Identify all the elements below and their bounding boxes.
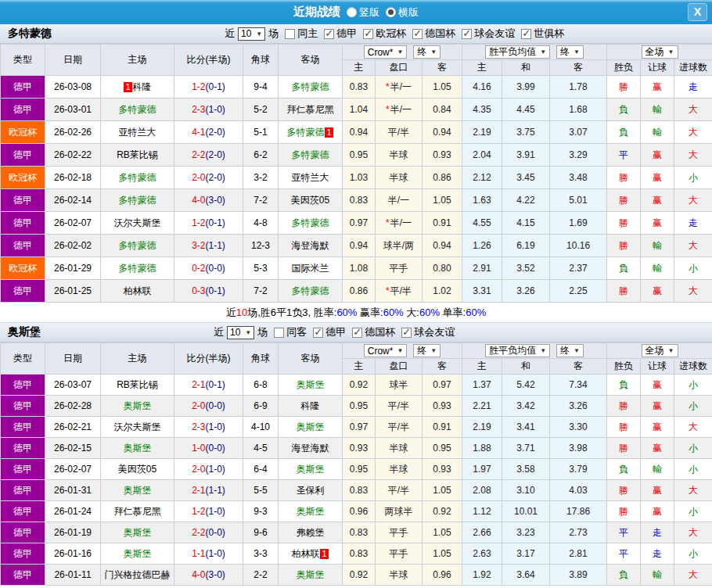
handicap-line: 半球 [376,438,423,459]
fulltime-score: 2-1 [192,485,205,496]
match-row: 德甲26-01-19奥斯堡2-2(0-0)9-6弗赖堡0.83平手1.052.6… [1,522,712,543]
avg-odds-select[interactable]: 胜平负均值▼ [485,344,550,357]
result-handicap: 赢 [641,501,674,522]
league-filter-label: 球会友谊 [474,27,515,41]
avg-home-odds: 2.04 [462,144,502,167]
handicap-odds-away: 0.92 [423,501,462,522]
league-filter-checkbox[interactable] [521,29,531,39]
fullmatch-select[interactable]: 全场▼ [642,45,678,59]
league-filter-label: 欧冠杯 [376,27,406,41]
fullmatch-select[interactable]: 全场▼ [642,344,678,357]
result-handicap: 輸 [641,99,674,121]
away-team: 多特蒙德1 [279,121,343,144]
league-filter-checkbox[interactable] [313,328,323,338]
score-cell: 2-1(1-1) [174,480,243,501]
result-handicap: 赢 [641,375,674,396]
halftime-score: (3-0) [206,195,225,206]
match-row: 德甲26-02-07美因茨052-0(1-0)6-4奥斯堡0.95半球0.931… [1,459,712,480]
col-home: 主场 [101,45,174,76]
league-filter-label: 德国杯 [365,325,395,339]
handicap-odds-away: 0.80 [423,257,462,280]
final-odds-select[interactable]: 终▼ [413,45,441,59]
handicap-odds-away: 0.93 [423,144,462,167]
layout-radio-horizontal[interactable]: 横版 [386,5,419,20]
same-venue-checkbox[interactable] [285,29,295,39]
final-odds-select[interactable]: 终▼ [413,344,441,357]
dropdown-arrow-icon: ▼ [430,48,437,56]
close-button[interactable]: X [688,3,707,21]
match-date: 26-02-02 [45,235,101,257]
subcol-goals: 进球数 [674,359,712,375]
league-filter-checkbox[interactable] [412,29,423,39]
result-goals: 小 [674,257,712,280]
subcol-handicap-result: 让球 [641,359,674,375]
result-goals: 大 [674,144,712,167]
dropdown-arrow-icon: ▼ [668,347,674,354]
league-filter-checkbox[interactable] [462,29,472,39]
avg-draw-odds: 10.01 [502,501,550,522]
same-venue-checkbox[interactable] [274,328,284,338]
avg-home-odds: 1.26 [462,235,502,257]
result-wdl: 平 [607,144,641,167]
handicap-line: *半/一 [376,76,423,99]
halftime-score: (1-0) [206,548,225,559]
dropdown-arrow-icon: ▼ [668,48,674,56]
fulltime-score: 2-0 [192,172,205,183]
corner-score: 12-3 [243,235,279,257]
avg-away-odds: 10.16 [550,235,607,257]
fulltime-score: 1-2 [192,506,205,517]
subcol-avg-home: 主 [462,60,502,76]
league-filter-checkbox[interactable] [324,29,334,39]
match-row: 欧冠杯26-02-26亚特兰大4-1(2-0)5-1多特蒙德10.94平/半0.… [1,121,712,144]
recent-count-select[interactable]: 10▼ [238,27,265,41]
layout-radio-vertical[interactable]: 竖版 [347,5,379,20]
section-header: 多特蒙德 近10▼场同主德甲欧冠杯德国杯球会友谊世俱杯 [0,24,712,44]
halftime-score: (0-1) [206,217,225,228]
recent-count-select[interactable]: 10▼ [227,326,254,339]
result-goals: 小 [674,501,712,522]
corner-score: 6-8 [243,375,279,396]
league-filter-checkbox[interactable] [352,328,362,338]
avg-odds-select[interactable]: 胜平负均值▼ [485,45,550,59]
final-odds-select-2[interactable]: 终▼ [556,344,584,357]
result-goals: 大 [674,522,712,543]
avg-away-odds: 5.01 [550,189,607,212]
fulltime-score: 2-2 [192,527,205,538]
radio-horizontal-label: 横版 [398,5,419,20]
league-filter-checkbox[interactable] [363,29,373,39]
bookmaker-select[interactable]: Crow*▼ [364,45,408,59]
subcol-avg-draw: 和 [502,60,550,76]
radio-unchecked-icon[interactable] [347,7,357,17]
league-type-badge: 德甲 [1,235,45,257]
league-type-badge: 德甲 [1,522,45,543]
halftime-score: (2-0) [206,127,225,138]
league-type-badge: 德甲 [1,212,45,235]
summary-part: 60% [383,307,404,318]
result-goals: 大 [674,565,712,586]
match-date: 26-01-24 [45,501,101,522]
score-cell: 2-0(2-0) [174,167,243,189]
corner-score: 3-2 [243,167,279,189]
radio-checked-icon[interactable] [386,7,396,17]
match-row: 德甲26-02-15奥斯堡1-0(0-0)4-5海登海默0.93半球0.951.… [1,438,712,459]
subcol-handicap: 盘口 [376,60,423,76]
bookmaker-select[interactable]: Crow*▼ [364,344,408,357]
away-team: 多特蒙德 [279,212,343,235]
home-team: 柏林联 [101,280,174,303]
score-cell: 2-0(0-0) [174,396,243,417]
avg-away-odds: 3.26 [550,396,607,417]
summary-part: 60% [336,307,357,318]
result-handicap: 赢 [641,144,674,167]
handicap-line: 球半 [376,375,423,396]
col-away: 客场 [279,45,343,76]
handicap-odds-away: 0.93 [423,396,462,417]
final-odds-select-2[interactable]: 终▼ [556,45,584,59]
avg-draw-odds: 3.52 [502,257,550,280]
avg-home-odds: 1.12 [462,501,502,522]
league-filter-checkbox[interactable] [401,328,412,338]
summary-part: 60% [419,307,440,318]
corner-score: 9-3 [243,501,279,522]
home-team: RB莱比锡 [101,144,174,167]
match-date: 26-02-26 [45,121,101,144]
avg-home-odds: 2.08 [462,480,502,501]
